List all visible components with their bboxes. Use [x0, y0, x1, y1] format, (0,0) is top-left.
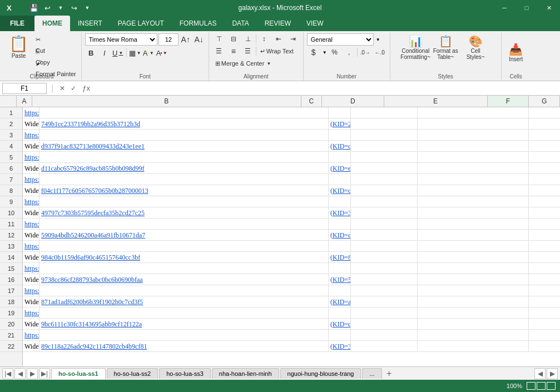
cell-r15-c2[interactable]	[39, 263, 329, 274]
cell-r13-c1[interactable]: https://[...]/watch/ho-so-lua-season-1?s…	[23, 241, 39, 252]
merge-center-button[interactable]: ⊞ Merge & Center ▼	[212, 58, 274, 69]
row-num-8[interactable]: 8	[0, 185, 22, 196]
cell-r12-c1[interactable]: WidevineDecryptor: Found key:	[23, 230, 39, 241]
cell-r3-c2[interactable]	[39, 130, 329, 141]
cell-r3-c6[interactable]	[529, 130, 560, 141]
cell-r17-c5[interactable]	[418, 285, 529, 296]
confirm-formula-button[interactable]: ✓	[69, 84, 78, 93]
cell-r9-c4[interactable]	[351, 196, 418, 207]
cell-r2-c3[interactable]: (KID=2144633c22da5997acf5a1323ada4e36)	[329, 118, 351, 130]
cell-r3-c1[interactable]: https://[...]/watch/ho-so-lua-season-1?s…	[23, 130, 39, 141]
cell-r18-c4[interactable]	[351, 296, 418, 307]
cell-r9-c6[interactable]	[529, 196, 560, 207]
cell-r19-c2[interactable]	[39, 307, 329, 319]
cell-r5-c2[interactable]	[39, 152, 329, 163]
indent-increase-button[interactable]: ⇥	[286, 33, 300, 44]
cell-r7-c4[interactable]	[351, 174, 418, 185]
cell-r6-c5[interactable]	[418, 163, 529, 174]
number-format-select[interactable]: General	[307, 33, 374, 46]
font-size-input[interactable]	[158, 33, 179, 46]
cell-r2-c1[interactable]: WidevineDecryptor: Found key:	[23, 118, 39, 130]
align-center-button[interactable]: ≡	[227, 46, 240, 57]
tab-data[interactable]: DATA	[224, 16, 256, 31]
cell-r19-c5[interactable]	[418, 307, 529, 319]
cell-r3-c3[interactable]	[329, 130, 351, 141]
row-num-3[interactable]: 3	[0, 130, 22, 141]
currency-button[interactable]: $	[307, 47, 320, 58]
underline-button[interactable]: U▼	[112, 47, 124, 59]
col-header-g[interactable]: G	[529, 96, 560, 107]
cell-r5-c5[interactable]	[418, 152, 529, 163]
sheet-nav-first[interactable]: |◀	[2, 368, 13, 379]
cell-r9-c2[interactable]	[39, 196, 329, 207]
cell-r1-c5[interactable]	[418, 107, 529, 118]
cell-r21-c2[interactable]	[39, 330, 329, 341]
redo-qat-button[interactable]: ↪	[68, 2, 80, 13]
cell-r6-c4[interactable]	[351, 163, 418, 174]
bold-button[interactable]: B	[85, 47, 97, 59]
page-layout-view-button[interactable]	[537, 382, 546, 390]
cell-r22-c1[interactable]: WidevineDecryptor: Found key:	[23, 341, 39, 352]
col-header-e[interactable]: E	[384, 96, 488, 107]
cell-r17-c1[interactable]: https://[...]/watch/ho-so-lua-season-1?s…	[23, 285, 39, 296]
cell-r2-c2[interactable]: 749b1cc233719bb2a96d35b3712b3d	[39, 118, 329, 130]
cut-button[interactable]: ✂ Cut	[34, 33, 78, 44]
font-size-decrease-button[interactable]: A↓	[193, 33, 205, 46]
col-header-b[interactable]: B	[32, 96, 301, 107]
cell-r16-c1[interactable]: WidevineDecryptor: Found key:	[23, 274, 39, 285]
cell-r8-c3[interactable]: (KID=c64fd9eb31b75f06948450e877025174)	[329, 185, 351, 196]
cell-r8-c6[interactable]	[529, 185, 560, 196]
font-size-increase-button[interactable]: A↑	[180, 33, 192, 46]
copy-button[interactable]: ⎘ Copy	[34, 45, 78, 56]
sheet-nav-last[interactable]: ▶|	[39, 368, 50, 379]
cell-r15-c3[interactable]	[329, 263, 351, 274]
row-num-20[interactable]: 20	[0, 319, 22, 330]
align-middle-button[interactable]: ⊟	[227, 33, 240, 44]
row-num-7[interactable]: 7	[0, 174, 22, 185]
row-num-10[interactable]: 10	[0, 207, 22, 219]
cell-r12-c3[interactable]: (KID=d687e7dbf60951a5aaa7fcf109435e1b)	[329, 230, 351, 241]
cell-r6-c2[interactable]: d11cabc657926c89acb855b0b098d99f	[39, 163, 329, 174]
cell-r14-c6[interactable]	[529, 252, 560, 263]
tab-review[interactable]: REVIEW	[257, 16, 299, 31]
cell-r21-c1[interactable]: https://[...]/watch/ho-so-lua-season-1?s…	[23, 330, 39, 341]
tab-file[interactable]: FILE	[0, 16, 34, 31]
cell-r9-c3[interactable]	[329, 196, 351, 207]
add-sheet-button[interactable]: +	[383, 368, 395, 380]
sheet-nav-next[interactable]: ▶	[27, 368, 38, 379]
row-num-14[interactable]: 14	[0, 252, 22, 263]
col-header-a[interactable]: A	[17, 96, 32, 107]
cell-r7-c2[interactable]	[39, 174, 329, 185]
cell-r18-c5[interactable]	[418, 296, 529, 307]
cell-r14-c4[interactable]	[351, 252, 418, 263]
cell-r18-c6[interactable]	[529, 296, 560, 307]
sheet-scroll-left[interactable]: ◀	[534, 368, 546, 379]
sheet-tab-5[interactable]: nguoi-hung-blouse-trang	[280, 368, 361, 379]
sheet-nav-prev[interactable]: ◀	[14, 368, 26, 379]
col-header-c[interactable]: C	[301, 96, 322, 107]
cell-r8-c4[interactable]	[351, 185, 418, 196]
cell-r20-c4[interactable]	[351, 319, 418, 330]
cell-r13-c2[interactable]	[39, 241, 329, 252]
tab-page-layout[interactable]: PAGE LAYOUT	[110, 16, 172, 31]
row-num-22[interactable]: 22	[0, 341, 22, 352]
cell-r14-c3[interactable]: (KID=8d4fe7205c8e5055a7af38a6b8f8994e)	[329, 252, 351, 263]
format-painter-button[interactable]: 🖌 Format Painter	[34, 57, 78, 68]
cell-r4-c2[interactable]: d937f91ac832713e8009433d243e1ee1	[39, 141, 329, 152]
cell-r16-c6[interactable]	[529, 274, 560, 285]
cell-r16-c5[interactable]	[418, 274, 529, 285]
maximize-button[interactable]: □	[516, 0, 538, 16]
minimize-button[interactable]: ─	[493, 0, 516, 16]
cell-r22-c4[interactable]	[351, 341, 418, 352]
decimal-decrease-button[interactable]: ←.0	[373, 47, 386, 58]
text-direction-button[interactable]: ↕	[257, 33, 271, 44]
cell-r2-c4[interactable]	[351, 118, 418, 130]
cell-r4-c5[interactable]	[418, 141, 529, 152]
cell-r1-c2[interactable]	[39, 107, 329, 118]
row-num-21[interactable]: 21	[0, 330, 22, 341]
tab-formulas[interactable]: FORMULAS	[172, 16, 225, 31]
font-color-button[interactable]: A ▼	[156, 47, 168, 59]
percent-button[interactable]: %	[328, 47, 341, 58]
cell-r20-c6[interactable]	[529, 319, 560, 330]
cell-r14-c1[interactable]: WidevineDecryptor: Found key:	[23, 252, 39, 263]
